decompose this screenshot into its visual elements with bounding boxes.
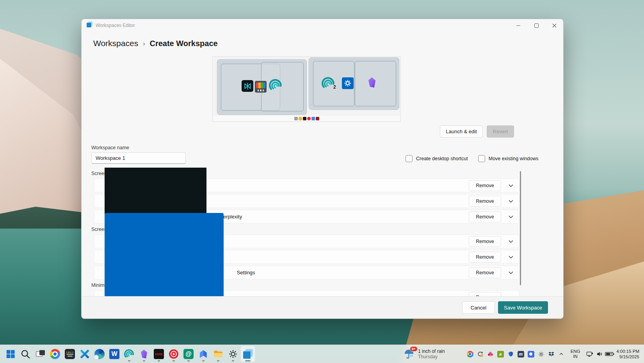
explorer-icon <box>213 349 223 359</box>
breadcrumb-workspaces[interactable]: Workspaces <box>93 39 138 48</box>
tray-chrome-mini-button[interactable] <box>465 346 475 362</box>
expand-row-button[interactable] <box>505 268 517 278</box>
running-indicator <box>187 360 190 361</box>
clock[interactable]: 4:00:15 PM 9/15/2025 <box>616 349 639 359</box>
running-indicator <box>232 360 234 361</box>
expand-row-button[interactable] <box>505 196 517 206</box>
taskbar-comet-button[interactable] <box>122 346 137 362</box>
preview-app <box>242 80 253 92</box>
taskbar-bluemark-button[interactable] <box>196 346 211 362</box>
expand-row-button[interactable] <box>505 236 517 247</box>
taskbar-hud-button[interactable]: HUD <box>151 346 166 362</box>
start-icon <box>5 349 16 359</box>
app-row: SettingsRemove <box>94 266 519 279</box>
save-workspace-button[interactable]: Save Workspace <box>498 301 548 314</box>
tray-green-a-button[interactable]: a <box>495 346 505 362</box>
espiral-icon: @ <box>183 349 194 359</box>
tray-m-app-button[interactable]: m <box>516 346 526 362</box>
workspaces-icon <box>86 21 93 28</box>
remove-button[interactable]: Remove <box>469 211 501 222</box>
winsettings-icon <box>105 213 224 297</box>
remove-button[interactable]: Remove <box>469 236 501 247</box>
blue-app-icon <box>528 351 534 358</box>
taskbar-start-button[interactable] <box>3 346 18 362</box>
taskbar-obsidian-button[interactable] <box>137 346 151 362</box>
expand-row-button[interactable] <box>505 212 517 222</box>
titlebar[interactable]: Workspaces Editor <box>82 19 563 32</box>
launch-edit-button[interactable]: Launch & edit <box>440 125 483 138</box>
workspace-name-input[interactable] <box>91 152 186 164</box>
tray-dropbox-button[interactable] <box>546 346 556 362</box>
powertoys-icon <box>255 81 267 93</box>
remove-button[interactable]: Remove <box>469 180 501 191</box>
tray-chevron-up-button[interactable] <box>556 346 566 362</box>
page-title: Create Workspace <box>149 39 217 48</box>
taskbar-edge-button[interactable] <box>92 346 107 362</box>
taskbar-devboard-button[interactable] <box>62 346 77 362</box>
notification-count-badge: 9+ <box>410 346 418 352</box>
taskbar-chrome-button[interactable] <box>48 346 62 362</box>
expand-row-button[interactable] <box>505 181 517 191</box>
weather-widget[interactable]: 9+ 1 inch of rain Thursday <box>403 345 445 363</box>
chevron-down-icon <box>509 240 513 243</box>
battery-charging-icon[interactable] <box>605 346 615 362</box>
tray-pink-app-button[interactable] <box>485 346 495 362</box>
display-cast-icon[interactable] <box>584 346 594 362</box>
winsettings-icon <box>342 77 354 89</box>
move-existing-windows-checkbox[interactable] <box>478 155 485 162</box>
comet-icon <box>322 77 335 90</box>
comet-icon <box>269 79 282 92</box>
monitor-1-preview[interactable] <box>217 59 307 115</box>
m-app-icon: m <box>518 351 524 358</box>
comet-icon <box>124 349 134 359</box>
move-existing-windows-option[interactable]: Move existing windows <box>478 155 539 162</box>
dropbox-icon <box>548 351 555 358</box>
create-desktop-shortcut-option[interactable]: Create desktop shortcut <box>406 155 468 162</box>
workspaces-editor-window: Workspaces Editor Workspaces › Create Wo… <box>81 19 564 319</box>
maximize-button[interactable] <box>527 19 545 32</box>
create-desktop-shortcut-checkbox[interactable] <box>406 155 413 162</box>
maximize-icon <box>534 23 539 28</box>
breadcrumb-chevron-icon: › <box>143 40 145 47</box>
close-button[interactable] <box>545 19 563 32</box>
taskbar-espiral-button[interactable]: @ <box>181 346 196 362</box>
taskbar-ytmusic-button[interactable] <box>166 346 181 362</box>
expand-row-button[interactable] <box>505 252 517 262</box>
taskbar-word-button[interactable]: W <box>107 346 122 362</box>
mini-red-icon <box>316 117 319 120</box>
remove-button[interactable]: Remove <box>469 267 501 278</box>
footer: Cancel Save Workspace <box>82 296 563 318</box>
tray-blue-app-button[interactable] <box>526 346 536 362</box>
taskbar-gear-button[interactable] <box>226 346 240 362</box>
monitor-2-preview[interactable]: 2 <box>309 57 399 110</box>
taskbar-explorer-button[interactable] <box>211 346 226 362</box>
minimize-button[interactable] <box>509 19 527 32</box>
chevron-down-icon <box>509 200 513 203</box>
obsidian-icon <box>139 349 149 359</box>
tray-sun-button[interactable] <box>536 346 546 362</box>
chevron-down-icon <box>509 215 513 218</box>
remove-button[interactable]: Remove <box>469 252 501 263</box>
weather-day: Thursday <box>418 354 445 359</box>
list-scrollbar[interactable] <box>520 171 521 285</box>
cancel-button[interactable]: Cancel <box>462 301 495 314</box>
minimize-icon <box>516 25 520 26</box>
tray-sync-button[interactable] <box>475 346 485 362</box>
tray-shield-button[interactable] <box>505 346 516 362</box>
chevron-down-icon <box>509 256 513 259</box>
preview-app <box>255 81 267 93</box>
remove-button[interactable]: Remove <box>469 196 501 207</box>
close-icon <box>552 23 557 28</box>
mini-word-icon <box>311 117 315 120</box>
taskbar-workspaces-button[interactable] <box>240 346 255 362</box>
preview-mini-taskbar <box>213 116 400 121</box>
taskbar-xchange-button[interactable] <box>77 346 92 362</box>
chevron-up-icon <box>558 350 565 358</box>
language-switcher[interactable]: ENG IN <box>567 349 584 359</box>
chevron-down-icon <box>509 184 513 187</box>
word-icon: W <box>109 349 119 359</box>
volume-icon[interactable] <box>594 346 605 362</box>
taskbar-search-button[interactable] <box>18 346 33 362</box>
taskbar-taskview-button[interactable] <box>33 346 48 362</box>
shield-icon <box>507 351 514 358</box>
